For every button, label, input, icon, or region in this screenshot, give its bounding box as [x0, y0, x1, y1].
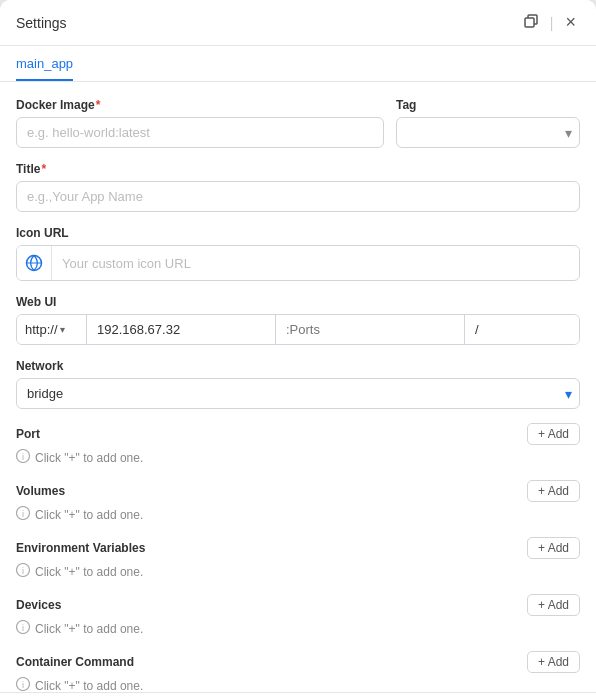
icon-url-group: Icon URL	[16, 226, 580, 281]
tag-select-wrap: ▾	[396, 117, 580, 148]
protocol-select[interactable]: http:// ▾	[17, 315, 87, 344]
env-vars-hint-text: Click "+" to add one.	[35, 565, 143, 579]
restore-icon	[524, 14, 538, 32]
container-command-section: Container Command + Add i Click "+" to a…	[16, 651, 580, 692]
title-bar: Settings | ×	[0, 0, 596, 46]
close-button[interactable]: ×	[561, 10, 580, 35]
network-select[interactable]: bridge host none	[16, 378, 580, 409]
network-label: Network	[16, 359, 580, 373]
divider: |	[550, 15, 554, 31]
svg-rect-0	[525, 18, 534, 27]
svg-text:i: i	[22, 566, 24, 576]
title-label: Title*	[16, 162, 580, 176]
docker-tag-row: Docker Image* Tag ▾	[16, 98, 580, 148]
icon-url-input[interactable]	[52, 249, 579, 278]
icon-url-input-wrap	[16, 245, 580, 281]
svg-text:i: i	[22, 452, 24, 462]
icon-prefix	[17, 246, 52, 280]
env-vars-section: Environment Variables + Add i Click "+" …	[16, 537, 580, 580]
title-bar-actions: | ×	[520, 10, 580, 35]
title-group: Title*	[16, 162, 580, 212]
devices-hint-row: i Click "+" to add one.	[16, 620, 580, 637]
volumes-hint-row: i Click "+" to add one.	[16, 506, 580, 523]
volumes-hint-text: Click "+" to add one.	[35, 508, 143, 522]
web-ui-group: Web UI http:// ▾	[16, 295, 580, 359]
devices-label: Devices	[16, 598, 61, 612]
env-vars-header: Environment Variables + Add	[16, 537, 580, 559]
devices-hint-text: Click "+" to add one.	[35, 622, 143, 636]
port-add-button[interactable]: + Add	[527, 423, 580, 445]
web-ui-path-input[interactable]	[465, 315, 580, 344]
port-hint-text: Click "+" to add one.	[35, 451, 143, 465]
svg-text:i: i	[22, 623, 24, 633]
footer: Install	[0, 692, 596, 700]
port-section: Port + Add i Click "+" to add one.	[16, 423, 580, 466]
protocol-arrow-icon: ▾	[60, 324, 65, 335]
window-title: Settings	[16, 15, 67, 31]
web-ui-ip-input[interactable]	[87, 315, 276, 344]
env-vars-add-button[interactable]: + Add	[527, 537, 580, 559]
devices-hint-icon: i	[16, 620, 30, 637]
port-hint-row: i Click "+" to add one.	[16, 449, 580, 466]
container-command-hint-icon: i	[16, 677, 30, 692]
close-icon: ×	[565, 12, 576, 33]
web-ui-label: Web UI	[16, 295, 580, 309]
devices-header: Devices + Add	[16, 594, 580, 616]
title-input[interactable]	[16, 181, 580, 212]
tab-bar: main_app	[0, 46, 596, 82]
web-ui-port-input[interactable]	[276, 315, 465, 344]
form-body: Docker Image* Tag ▾ Title*	[0, 82, 596, 692]
devices-add-button[interactable]: + Add	[527, 594, 580, 616]
icon-url-label: Icon URL	[16, 226, 580, 240]
svg-text:i: i	[22, 680, 24, 690]
tab-main-app[interactable]: main_app	[16, 46, 73, 81]
env-vars-label: Environment Variables	[16, 541, 145, 555]
web-ui-row: http:// ▾	[16, 314, 580, 345]
volumes-header: Volumes + Add	[16, 480, 580, 502]
port-hint-icon: i	[16, 449, 30, 466]
volumes-hint-icon: i	[16, 506, 30, 523]
tag-select[interactable]	[396, 117, 580, 148]
network-select-wrap: bridge host none ▾	[16, 378, 580, 409]
docker-image-group: Docker Image*	[16, 98, 384, 148]
container-command-hint-text: Click "+" to add one.	[35, 679, 143, 693]
volumes-section: Volumes + Add i Click "+" to add one.	[16, 480, 580, 523]
protocol-value: http://	[25, 322, 58, 337]
container-command-label: Container Command	[16, 655, 134, 669]
restore-button[interactable]	[520, 12, 542, 34]
docker-image-input[interactable]	[16, 117, 384, 148]
network-group: Network bridge host none ▾	[16, 359, 580, 409]
devices-section: Devices + Add i Click "+" to add one.	[16, 594, 580, 637]
env-vars-hint-icon: i	[16, 563, 30, 580]
container-command-add-button[interactable]: + Add	[527, 651, 580, 673]
svg-text:i: i	[22, 509, 24, 519]
tag-label: Tag	[396, 98, 580, 112]
volumes-label: Volumes	[16, 484, 65, 498]
volumes-add-button[interactable]: + Add	[527, 480, 580, 502]
port-header: Port + Add	[16, 423, 580, 445]
tag-group: Tag ▾	[396, 98, 580, 148]
container-command-hint-row: i Click "+" to add one.	[16, 677, 580, 692]
port-label: Port	[16, 427, 40, 441]
container-command-header: Container Command + Add	[16, 651, 580, 673]
env-vars-hint-row: i Click "+" to add one.	[16, 563, 580, 580]
settings-window: Settings | × main_app	[0, 0, 596, 700]
docker-image-label: Docker Image*	[16, 98, 384, 112]
